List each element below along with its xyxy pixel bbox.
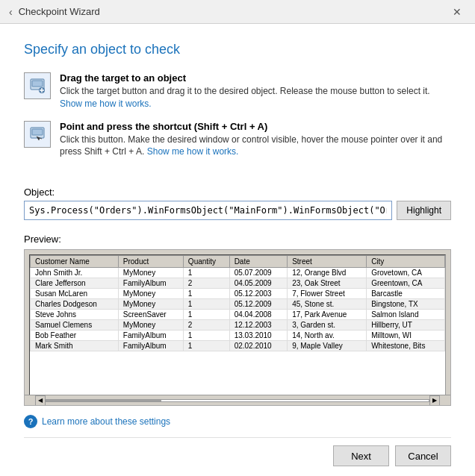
table-cell: Steve Johns (31, 310, 119, 320)
table-cell: 2 (183, 278, 229, 289)
svg-rect-6 (32, 129, 43, 135)
learn-row: ? Learn more about these settings (24, 415, 451, 428)
table-row: Clare JeffersonFamilyAlbum204.05.200923,… (31, 278, 445, 289)
scroll-right-arrow[interactable]: ▶ (429, 395, 440, 406)
table-cell: 1 (183, 299, 229, 310)
close-button[interactable]: ✕ (448, 3, 466, 21)
table-cell: 45, Stone st. (288, 299, 367, 310)
preview-box: Customer Name Product Quantity Date Stre… (24, 249, 451, 406)
table-cell: Greentown, CA (367, 278, 445, 289)
table-cell: MyMoney (118, 268, 183, 278)
shortcut-option-text: Point and press the shortcut (Shift + Ct… (60, 121, 451, 159)
table-cell: MyMoney (118, 299, 183, 310)
back-button[interactable]: ‹ (9, 6, 13, 18)
table-cell: 12, Orange Blvd (288, 268, 367, 278)
table-cell: 02.02.2010 (229, 341, 288, 351)
table-cell: 1 (183, 268, 229, 278)
table-cell: Grovetown, CA (367, 268, 445, 278)
info-icon: ? (24, 415, 37, 428)
shortcut-show-link[interactable]: Show me how it works. (147, 146, 239, 157)
col-header-date: Date (229, 256, 288, 268)
table-cell: Bob Feather (31, 331, 119, 341)
table-cell: 23, Oak Street (288, 278, 367, 289)
col-header-product: Product (118, 256, 183, 268)
scrollbar-thumb[interactable] (46, 400, 161, 401)
table-row: Charles DodgesonMyMoney105.12.200945, St… (31, 299, 445, 310)
table-cell: Susan McLaren (31, 289, 119, 299)
table-cell: 12.12.2003 (229, 320, 288, 331)
table-cell: Milltown, WI (367, 331, 445, 341)
table-row: Bob FeatherFamilyAlbum113.03.201014, Nor… (31, 331, 445, 341)
col-header-street: Street (288, 256, 367, 268)
table-cell: 1 (183, 341, 229, 351)
object-input[interactable] (24, 201, 392, 220)
table-cell: FamilyAlbum (118, 278, 183, 289)
table-cell: 14, North av. (288, 331, 367, 341)
table-cell: Salmon Island (367, 310, 445, 320)
col-header-city: City (367, 256, 445, 268)
table-cell: 3, Garden st. (288, 320, 367, 331)
shortcut-icon[interactable] (24, 121, 51, 148)
table-cell: 04.05.2009 (229, 278, 288, 289)
highlight-button[interactable]: Highlight (397, 201, 451, 220)
table-cell: Bingstone, TX (367, 299, 445, 310)
titlebar: ‹ Checkpoint Wizard ✕ (0, 0, 475, 24)
next-button[interactable]: Next (333, 445, 389, 466)
table-cell: 05.07.2009 (229, 268, 288, 278)
drag-icon[interactable] (24, 72, 51, 99)
table-cell: 2 (183, 320, 229, 331)
table-row: Mark SmithFamilyAlbum102.02.20109, Maple… (31, 341, 445, 351)
cancel-button[interactable]: Cancel (395, 445, 451, 466)
drag-show-link[interactable]: Show me how it works. (60, 98, 152, 109)
table-cell: Charles Dodgeson (31, 299, 119, 310)
drag-heading: Drag the target to an object (60, 72, 430, 84)
table-cell: MyMoney (118, 289, 183, 299)
table-cell: Clare Jefferson (31, 278, 119, 289)
scrollbar-track[interactable] (46, 399, 429, 402)
table-cell: Mark Smith (31, 341, 119, 351)
footer: Next Cancel (24, 437, 451, 466)
table-cell: ScreenSaver (118, 310, 183, 320)
svg-rect-1 (32, 81, 43, 87)
table-cell: 04.04.2008 (229, 310, 288, 320)
col-header-quantity: Quantity (183, 256, 229, 268)
table-cell: 05.12.2009 (229, 299, 288, 310)
drag-description: Click the target button and drag it to t… (60, 85, 430, 110)
object-section: Object: Highlight (24, 187, 451, 220)
table-cell: Whitestone, Bits (367, 341, 445, 351)
table-cell: 05.12.2003 (229, 289, 288, 299)
preview-table: Customer Name Product Quantity Date Stre… (30, 255, 445, 351)
table-row: Susan McLarenMyMoney105.12.20037, Flower… (31, 289, 445, 299)
table-cell: 1 (183, 310, 229, 320)
preview-section: Preview: Customer Name Product Quantity … (24, 234, 451, 406)
table-cell: Barcastle (367, 289, 445, 299)
table-cell: MyMoney (118, 320, 183, 331)
preview-scrollbar[interactable]: ◀ ▶ (25, 395, 450, 405)
learn-more-link[interactable]: Learn more about these settings (42, 416, 170, 427)
shortcut-heading: Point and press the shortcut (Shift + Ct… (60, 121, 451, 132)
shortcut-option: Point and press the shortcut (Shift + Ct… (24, 121, 451, 159)
table-cell: 17, Park Avenue (288, 310, 367, 320)
preview-table-container: Customer Name Product Quantity Date Stre… (29, 254, 446, 401)
table-cell: 7, Flower Street (288, 289, 367, 299)
titlebar-title: Checkpoint Wizard (19, 6, 100, 17)
preview-label: Preview: (24, 234, 451, 245)
shortcut-description: Click this button. Make the desired wind… (60, 134, 451, 159)
drag-option-text: Drag the target to an object Click the t… (60, 72, 430, 110)
table-row: Steve JohnsScreenSaver104.04.200817, Par… (31, 310, 445, 320)
main-content: Specify an object to check Drag the targ… (0, 24, 475, 476)
object-input-row: Highlight (24, 201, 451, 220)
scroll-left-arrow[interactable]: ◀ (35, 395, 46, 406)
table-cell: 1 (183, 331, 229, 341)
table-row: John Smith Jr.MyMoney105.07.200912, Oran… (31, 268, 445, 278)
object-label: Object: (24, 187, 451, 198)
page-title: Specify an object to check (24, 42, 451, 57)
col-header-customername: Customer Name (31, 256, 119, 268)
table-cell: 13.03.2010 (229, 331, 288, 341)
drag-option: Drag the target to an object Click the t… (24, 72, 451, 110)
table-cell: 9, Maple Valley (288, 341, 367, 351)
table-cell: Hillberry, UT (367, 320, 445, 331)
table-cell: FamilyAlbum (118, 331, 183, 341)
table-cell: Samuel Clemens (31, 320, 119, 331)
table-cell: 1 (183, 289, 229, 299)
